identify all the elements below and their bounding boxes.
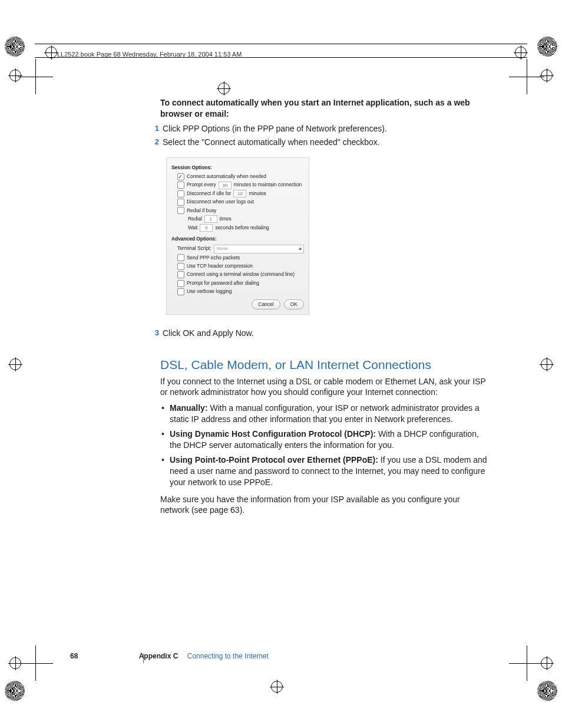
- steps-list-b: 3 Click OK and Apply Now.: [146, 328, 487, 339]
- step-item: 1 Click PPP Options (in the PPP pane of …: [146, 123, 487, 134]
- option-label: Prompt every: [187, 181, 216, 189]
- checkbox-icon[interactable]: [177, 199, 184, 206]
- option-label: Redial if busy: [187, 207, 216, 215]
- paragraph: Make sure you have the information from …: [160, 494, 487, 516]
- checkbox-icon[interactable]: [177, 173, 184, 180]
- paragraph: If you connect to the Internet using a D…: [160, 376, 487, 398]
- option-label: Redial: [188, 215, 202, 223]
- step-text: Select the "Connect automatically when n…: [163, 137, 380, 148]
- bullet-bold: Using Dynamic Host Configuration Protoco…: [170, 429, 376, 439]
- option-label: minutes to maintain connection: [234, 181, 302, 189]
- opt-tcp-compression: Use TCP header compression: [171, 262, 304, 270]
- bullet-bold: Using Point-to-Point Protocol over Ether…: [170, 455, 378, 465]
- opt-prompt-every: Prompt every 30 minutes to maintain conn…: [171, 181, 304, 189]
- bullet-item: Manually: With a manual configuration, y…: [160, 403, 487, 425]
- step-number: 3: [146, 328, 159, 339]
- crop-ornament: [5, 37, 25, 57]
- crop-mark: [18, 645, 53, 681]
- option-label: Use TCP header compression: [187, 262, 253, 270]
- chevron-updown-icon: ▴▾: [299, 245, 301, 252]
- header-rule: [35, 57, 527, 58]
- checkbox-icon[interactable]: [177, 280, 184, 287]
- opt-redial-times: Redial 1 times: [171, 215, 304, 223]
- option-label: minutes: [249, 190, 266, 197]
- step-text: Click PPP Options (in the PPP pane of Ne…: [163, 123, 387, 134]
- option-label: Terminal Script:: [177, 245, 211, 252]
- opt-connect-auto: Connect automatically when needed: [171, 173, 304, 180]
- intro-heading: To connect automatically when you start …: [160, 97, 487, 120]
- option-label: Disconnect when user logs out: [187, 198, 254, 206]
- minutes-input[interactable]: 30: [219, 182, 232, 189]
- appendix-label: Appendix C: [139, 652, 178, 660]
- crop-mark: [509, 645, 544, 681]
- option-label: Send PPP echo packets: [187, 254, 240, 262]
- step-item: 3 Click OK and Apply Now.: [146, 328, 487, 339]
- advanced-options-label: Advanced Options:: [171, 235, 304, 243]
- checkbox-icon[interactable]: [177, 182, 184, 189]
- checkbox-icon[interactable]: [177, 288, 184, 295]
- times-input[interactable]: 1: [204, 215, 217, 223]
- checkbox-icon[interactable]: [177, 190, 184, 197]
- checkbox-icon[interactable]: [177, 271, 184, 278]
- opt-verbose-logging: Use verbose logging: [171, 288, 304, 295]
- header-rule: [35, 44, 527, 44]
- step-number: 2: [146, 137, 159, 148]
- ok-button[interactable]: OK: [284, 299, 304, 310]
- session-options-label: Session Options:: [171, 164, 304, 172]
- appendix-title: Connecting to the Internet: [187, 652, 269, 660]
- checkbox-icon[interactable]: [177, 254, 184, 261]
- opt-redial-busy: Redial if busy: [171, 207, 304, 215]
- bullet-item: Using Dynamic Host Configuration Protoco…: [160, 429, 487, 451]
- ppp-options-dialog: Session Options: Connect automatically w…: [166, 157, 309, 315]
- option-label: Disconnect if idle for: [187, 190, 231, 197]
- crop-mark: [509, 59, 544, 94]
- bullet-text: With a manual configuration, your ISP or…: [170, 403, 480, 424]
- opt-disconnect-idle: Disconnect if idle for 10 minutes: [171, 190, 304, 197]
- bullet-item: Using Point-to-Point Protocol over Ether…: [160, 454, 487, 488]
- crop-mark: [18, 59, 53, 94]
- option-label: Connect using a terminal window (command…: [187, 271, 295, 278]
- step-text: Click OK and Apply Now.: [163, 328, 254, 339]
- option-label: Prompt for password after dialing: [187, 279, 259, 287]
- bullet-bold: Manually:: [170, 403, 208, 413]
- dialog-buttons: Cancel OK: [171, 299, 304, 310]
- crop-ornament: [537, 681, 557, 701]
- registration-mark: [9, 358, 21, 370]
- step-item: 2 Select the "Connect automatically when…: [146, 137, 487, 148]
- page-number: 68: [70, 652, 78, 660]
- registration-mark: [218, 83, 230, 94]
- checkbox-icon[interactable]: [177, 207, 184, 214]
- page-content: To connect automatically when you start …: [160, 97, 487, 521]
- registration-mark: [45, 47, 57, 58]
- cancel-button[interactable]: Cancel: [252, 299, 280, 310]
- page-footer: 68 Appendix C Connecting to the Internet: [70, 651, 482, 661]
- registration-mark: [541, 358, 553, 370]
- bullet-list: Manually: With a manual configuration, y…: [160, 403, 487, 487]
- option-label: Connect automatically when needed: [187, 173, 266, 180]
- opt-prompt-password: Prompt for password after dialing: [171, 279, 304, 287]
- opt-terminal-window: Connect using a terminal window (command…: [171, 271, 304, 278]
- section-heading: DSL, Cable Modem, or LAN Internet Connec…: [160, 357, 487, 373]
- step-number: 1: [146, 123, 159, 134]
- option-label: Wait: [188, 224, 197, 232]
- steps-list-a: 1 Click PPP Options (in the PPP pane of …: [146, 123, 487, 148]
- minutes-input[interactable]: 10: [233, 190, 246, 197]
- seconds-input[interactable]: 5: [200, 224, 213, 232]
- option-label: seconds before redialing: [215, 224, 269, 232]
- option-label: Use verbose logging: [187, 288, 232, 295]
- checkbox-icon[interactable]: [177, 263, 184, 270]
- crop-ornament: [5, 681, 25, 701]
- select-value: None: [217, 245, 228, 253]
- opt-echo-packets: Send PPP echo packets: [171, 254, 304, 262]
- crop-ornament: [537, 37, 557, 57]
- opt-disconnect-logout: Disconnect when user logs out: [171, 198, 304, 206]
- terminal-script-select[interactable]: None ▴▾: [214, 245, 304, 253]
- option-label: times: [220, 215, 232, 223]
- opt-terminal-script: Terminal Script: None ▴▾: [171, 245, 304, 253]
- registration-mark: [271, 681, 283, 693]
- opt-wait-seconds: Wait 5 seconds before redialing: [171, 224, 304, 232]
